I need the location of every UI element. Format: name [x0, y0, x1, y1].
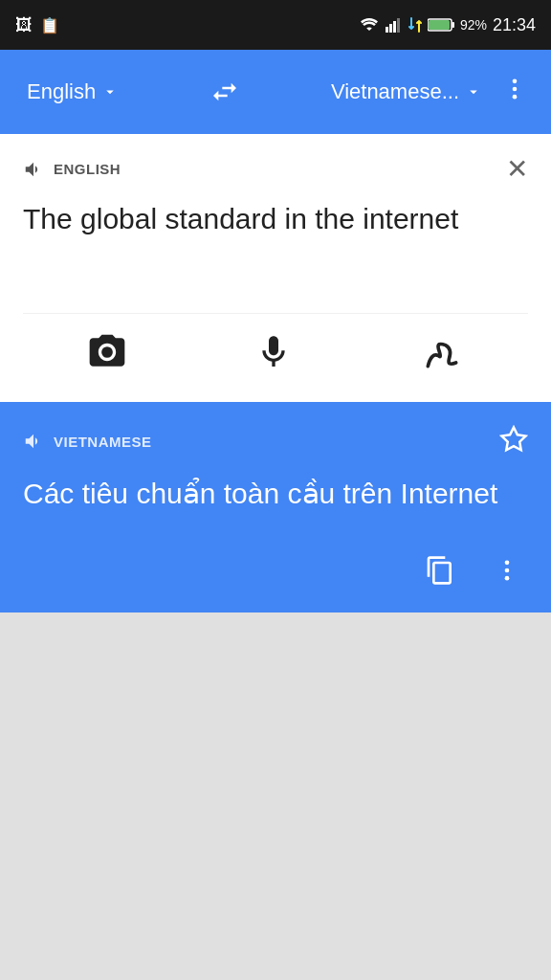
target-dropdown-icon — [465, 83, 482, 100]
source-sound-button[interactable] — [23, 159, 44, 180]
source-lang-label: ENGLISH — [23, 159, 121, 180]
source-language-label: English — [27, 79, 96, 104]
target-language-button[interactable]: Vietnamese... — [320, 72, 494, 112]
translation-more-button[interactable] — [486, 549, 528, 591]
target-language-label: Vietnamese... — [331, 79, 459, 104]
svg-rect-0 — [386, 27, 388, 33]
svg-point-11 — [505, 561, 510, 566]
translation-more-icon — [494, 557, 520, 584]
swap-languages-button[interactable] — [130, 77, 320, 107]
app-bar: English Vietnamese... — [0, 50, 551, 134]
svg-point-12 — [505, 568, 510, 573]
empty-area — [0, 612, 551, 976]
camera-button[interactable] — [78, 323, 136, 381]
svg-rect-6 — [429, 20, 450, 30]
star-icon — [499, 425, 528, 454]
source-actions — [23, 313, 528, 387]
status-bar: 🖼 📋 92% 21:34 — [0, 0, 551, 50]
data-transfer-icon — [408, 17, 422, 33]
svg-point-13 — [505, 576, 510, 581]
copy-icon — [425, 555, 455, 586]
handwrite-icon — [419, 331, 465, 373]
svg-rect-5 — [452, 22, 454, 28]
handwrite-button[interactable] — [411, 323, 473, 381]
svg-marker-10 — [502, 428, 526, 451]
microphone-button[interactable] — [247, 323, 300, 381]
svg-rect-1 — [389, 24, 392, 33]
translation-header: VIETNAMESE — [23, 425, 528, 457]
status-bar-right: 92% 21:34 — [359, 15, 536, 35]
favorite-button[interactable] — [499, 425, 528, 457]
translation-panel: VIETNAMESE Các tiêu chuẩn toàn cầu trên … — [0, 402, 551, 612]
translation-language-name: VIETNAMESE — [54, 434, 152, 450]
source-dropdown-icon — [101, 83, 119, 100]
source-language-button[interactable]: English — [15, 72, 130, 112]
wifi-icon — [359, 17, 380, 33]
speaker-icon — [23, 159, 44, 180]
source-header: ENGLISH ✕ — [23, 153, 528, 185]
source-panel: ENGLISH ✕ The global standard in the int… — [0, 134, 551, 402]
svg-point-7 — [513, 78, 518, 83]
battery-icon — [428, 18, 454, 32]
svg-point-8 — [513, 86, 518, 91]
swap-icon — [209, 77, 240, 107]
microphone-icon — [254, 331, 293, 373]
signal-icon — [386, 17, 403, 33]
copy-button[interactable] — [417, 547, 463, 593]
svg-point-9 — [513, 94, 518, 99]
translation-lang-label: VIETNAMESE — [23, 431, 152, 452]
translation-sound-button[interactable] — [23, 431, 44, 452]
source-text[interactable]: The global standard in the internet — [23, 200, 528, 294]
battery-percentage: 92% — [460, 17, 487, 33]
image-icon: 🖼 — [15, 15, 33, 35]
translation-text: Các tiêu chuẩn toàn cầu trên Internet — [23, 475, 528, 521]
svg-rect-3 — [397, 18, 400, 33]
close-source-button[interactable]: ✕ — [506, 153, 528, 185]
status-time: 21:34 — [493, 15, 536, 35]
translation-actions — [23, 540, 528, 593]
status-bar-left: 🖼 📋 — [15, 15, 59, 35]
svg-rect-2 — [393, 21, 396, 33]
camera-icon — [86, 331, 128, 373]
translation-speaker-icon — [23, 431, 44, 452]
source-language-name: ENGLISH — [54, 161, 121, 177]
overflow-menu-button[interactable] — [494, 68, 536, 117]
more-vert-icon — [501, 76, 528, 102]
sim-icon: 📋 — [40, 16, 59, 34]
